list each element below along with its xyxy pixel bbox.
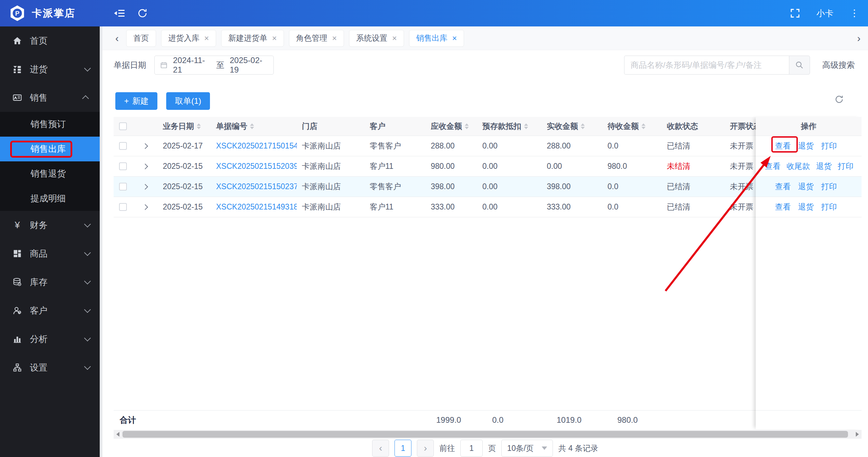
sidebar-item-customer[interactable]: 客户 bbox=[0, 296, 102, 325]
row-checkbox[interactable] bbox=[119, 203, 127, 211]
new-button[interactable]: + 新建 bbox=[115, 92, 157, 110]
cell-prepaid-deduction: 0.00 bbox=[477, 136, 542, 156]
advanced-search-link[interactable]: 高级搜索 bbox=[822, 60, 855, 71]
sidebar-nav: 首页 进货 销售 销售预订 销售出库 销售退货 bbox=[0, 26, 102, 457]
action-return-link[interactable]: 退货 bbox=[798, 181, 814, 192]
sidebar-item-sales-reserve[interactable]: 销售预订 bbox=[0, 112, 102, 137]
fullscreen-icon[interactable] bbox=[790, 8, 800, 18]
order-no-link[interactable]: XSCK20250215150237 bbox=[216, 182, 297, 191]
row-checkbox[interactable] bbox=[119, 183, 127, 191]
sort-icons[interactable] bbox=[197, 123, 201, 129]
calendar-icon bbox=[160, 61, 168, 69]
close-icon[interactable]: × bbox=[332, 34, 337, 43]
sidebar-item-commission-detail[interactable]: 提成明细 bbox=[0, 186, 102, 211]
table-row: 2025-02-17 XSCK20250217150154 卡派南山店 零售客户… bbox=[114, 136, 785, 156]
col-header-received[interactable]: 实收金额 bbox=[542, 117, 602, 136]
search-button[interactable] bbox=[789, 56, 810, 75]
fixed-column-summary-area bbox=[756, 410, 862, 429]
sidebar-scrollbar[interactable] bbox=[100, 26, 102, 457]
sort-icons[interactable] bbox=[465, 123, 469, 129]
sidebar-item-sales[interactable]: 销售 bbox=[0, 83, 102, 112]
prev-page-button[interactable]: ‹ bbox=[372, 440, 389, 457]
expand-row-icon[interactable] bbox=[142, 184, 148, 190]
row-checkbox[interactable] bbox=[119, 142, 127, 150]
finance-icon: ¥ bbox=[12, 220, 22, 230]
sort-icons[interactable] bbox=[250, 123, 254, 129]
tabs-scroll-left-icon[interactable]: ‹ bbox=[113, 34, 121, 43]
close-icon[interactable]: × bbox=[272, 34, 277, 43]
tab-purchase-inbound[interactable]: 进货入库× bbox=[161, 30, 216, 47]
action-view-link[interactable]: 查看 bbox=[775, 141, 791, 151]
tab-system-settings[interactable]: 系统设置× bbox=[349, 30, 404, 47]
sidebar-item-inventory[interactable]: 库存 bbox=[0, 268, 102, 296]
select-all-checkbox[interactable] bbox=[119, 122, 127, 130]
sidebar-item-sales-outbound[interactable]: 销售出库 bbox=[0, 137, 102, 161]
close-icon[interactable]: × bbox=[452, 34, 457, 43]
action-print-link[interactable]: 打印 bbox=[821, 141, 837, 151]
page-size-select[interactable]: 10条/页 bbox=[501, 440, 553, 457]
menu-fold-icon[interactable] bbox=[114, 7, 126, 19]
action-return-link[interactable]: 退货 bbox=[798, 202, 814, 212]
tab-role-management[interactable]: 角色管理× bbox=[289, 30, 344, 47]
tab-new-purchase-order[interactable]: 新建进货单× bbox=[221, 30, 284, 47]
action-view-link[interactable]: 查看 bbox=[765, 161, 780, 172]
tab-sales-outbound[interactable]: 销售出库× bbox=[409, 30, 464, 47]
sidebar-item-settings[interactable]: 设置 bbox=[0, 353, 102, 382]
action-print-link[interactable]: 打印 bbox=[838, 161, 853, 172]
sort-icons[interactable] bbox=[641, 123, 645, 129]
cell-pending: 0.0 bbox=[602, 136, 662, 156]
table-refresh-icon[interactable] bbox=[834, 94, 844, 106]
action-print-link[interactable]: 打印 bbox=[821, 202, 837, 212]
action-collect-balance-link[interactable]: 收尾款 bbox=[787, 161, 810, 172]
sort-icons[interactable] bbox=[524, 123, 528, 129]
order-no-link[interactable]: XSCK20250215152039 bbox=[216, 162, 297, 171]
sidebar-item-sales-return[interactable]: 销售退货 bbox=[0, 161, 102, 186]
scrollbar-thumb[interactable] bbox=[122, 431, 848, 438]
expand-row-icon[interactable] bbox=[142, 163, 148, 169]
sidebar-item-home[interactable]: 首页 bbox=[0, 26, 102, 55]
order-no-link[interactable]: XSCK20250217150154 bbox=[216, 141, 297, 151]
app-logo-icon: P bbox=[9, 5, 26, 22]
current-page-button[interactable]: 1 bbox=[394, 440, 411, 457]
close-icon[interactable]: × bbox=[204, 34, 209, 43]
col-header-pending[interactable]: 待收金额 bbox=[602, 117, 662, 136]
settings-icon bbox=[12, 362, 22, 373]
sidebar-item-goods[interactable]: 商品 bbox=[0, 239, 102, 268]
tabs-scroll-right-icon[interactable]: › bbox=[854, 34, 863, 43]
tab-home[interactable]: 首页 bbox=[126, 30, 156, 47]
scroll-left-arrow-icon[interactable] bbox=[116, 432, 119, 437]
sidebar-item-finance[interactable]: ¥ 财务 bbox=[0, 211, 102, 239]
cell-business-date: 2025-02-17 bbox=[158, 136, 211, 156]
cell-customer: 客户11 bbox=[365, 156, 426, 176]
chevron-down-icon bbox=[84, 335, 91, 341]
payment-status-badge: 已结清 bbox=[662, 177, 725, 197]
action-view-link[interactable]: 查看 bbox=[775, 202, 791, 212]
goto-page-input[interactable] bbox=[460, 440, 483, 457]
col-header-business-date[interactable]: 业务日期 bbox=[158, 117, 211, 136]
expand-row-icon[interactable] bbox=[142, 143, 148, 149]
sidebar-item-analysis[interactable]: 分析 bbox=[0, 325, 102, 353]
col-header-order-no[interactable]: 单据编号 bbox=[211, 117, 297, 136]
refresh-icon[interactable] bbox=[137, 8, 148, 19]
action-return-link[interactable]: 退货 bbox=[798, 141, 814, 151]
horizontal-scrollbar[interactable] bbox=[114, 430, 862, 439]
expand-row-icon[interactable] bbox=[142, 204, 148, 210]
date-range-input[interactable]: 2024-11-21 至 2025-02-19 bbox=[154, 56, 274, 75]
search-input[interactable] bbox=[624, 56, 789, 75]
more-menu-icon[interactable]: ⋮ bbox=[850, 8, 859, 18]
col-header-receivable[interactable]: 应收金额 bbox=[426, 117, 477, 136]
order-no-link[interactable]: XSCK20250215149318 bbox=[216, 202, 297, 212]
row-checkbox[interactable] bbox=[119, 162, 127, 170]
pick-order-button[interactable]: 取单(1) bbox=[166, 92, 210, 110]
current-user[interactable]: 小卡 bbox=[816, 8, 833, 19]
action-view-link[interactable]: 查看 bbox=[775, 181, 791, 192]
next-page-button[interactable]: › bbox=[417, 440, 434, 457]
close-icon[interactable]: × bbox=[392, 34, 397, 43]
sidebar-item-purchase[interactable]: 进货 bbox=[0, 55, 102, 83]
chevron-down-icon bbox=[84, 278, 91, 284]
col-header-prepaid-deduction[interactable]: 预存款抵扣 bbox=[477, 117, 542, 136]
scroll-right-arrow-icon[interactable] bbox=[856, 432, 859, 437]
sort-icons[interactable] bbox=[581, 123, 585, 129]
action-return-link[interactable]: 退货 bbox=[816, 161, 832, 172]
action-print-link[interactable]: 打印 bbox=[821, 181, 837, 192]
